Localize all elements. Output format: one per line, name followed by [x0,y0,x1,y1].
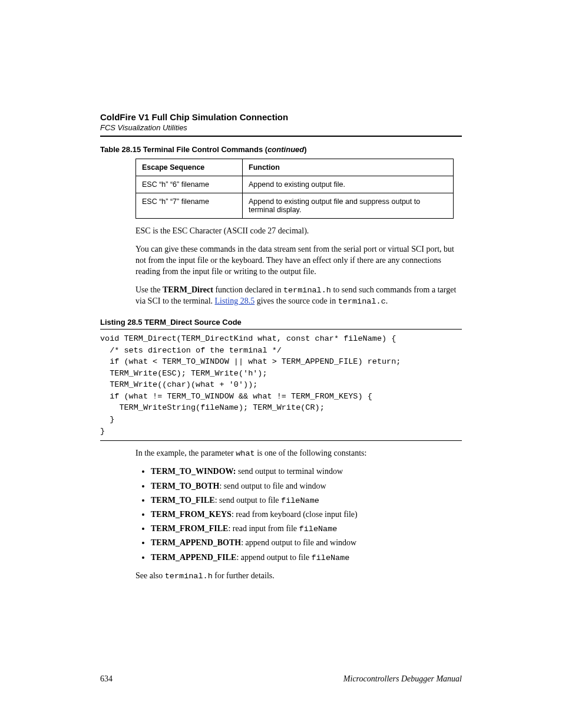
page-footer: 634 Microcontrollers Debugger Manual [100,674,462,684]
paragraph: You can give these commands in the data … [135,244,462,278]
cell-function: Append to existing output file and suppr… [243,193,454,219]
const-desc: : send output to file [215,496,281,505]
const-name: TERM_TO_WINDOW: [151,467,236,476]
code-inline: terminal.h [165,572,213,581]
text: Use the [135,285,163,294]
code-listing: void TERM_Direct(TERM_DirectKind what, c… [100,333,462,437]
text: . [386,297,388,305]
body-text: ESC is the ESC Character (ASCII code 27 … [135,226,462,307]
table-caption-prefix: Table 28.15 Terminal File Control Comman… [100,145,267,154]
const-name: TERM_FROM_KEYS [151,510,232,519]
table-caption-continued: continued [267,145,304,154]
term-direct-bold: TERM_Direct [163,285,213,294]
listing-caption: Listing 28.5 TERM_Direct Source Code [100,318,462,327]
table-caption: Table 28.15 Terminal File Control Comman… [100,145,462,154]
list-item: TERM_TO_FILE: send output to file fileNa… [151,495,462,506]
text: gives the source code in [254,297,338,305]
listing-rule-top [100,329,462,330]
page: ColdFire V1 Full Chip Simulation Connect… [0,0,562,728]
cell-escape: ESC “h” “7” filename [136,193,243,219]
text: See also [135,571,165,580]
doc-title: ColdFire V1 Full Chip Simulation Connect… [100,112,462,122]
code-inline: fileName [281,496,319,505]
code-inline: terminal.h [283,286,331,295]
list-item: TERM_APPEND_BOTH: append output to file … [151,538,462,549]
doc-subtitle: FCS Visualization Utilities [100,123,462,132]
example-section: In the example, the parameter what is on… [135,448,462,459]
page-number: 634 [100,674,113,684]
cell-escape: ESC “h” “6” filename [136,176,243,193]
code-inline: terminal.c [338,297,386,306]
commands-table: Escape Sequence Function ESC “h” “6” fil… [135,159,454,219]
const-name: TERM_TO_FILE [151,496,215,505]
list-item: TERM_FROM_KEYS: read from keyboard (clos… [151,509,462,521]
table-header-row: Escape Sequence Function [136,159,454,176]
const-desc: : append output to file [236,553,311,562]
const-desc: : send output to file and window [219,482,326,490]
header-rule [100,136,462,137]
text: is one of the following constants: [255,449,367,457]
code-inline: fileName [312,554,350,562]
code-inline: fileName [299,525,338,533]
code-inline: what [236,449,254,458]
table-row: ESC “h” “7” filename Append to existing … [136,193,454,219]
paragraph: Use the TERM_Direct function declared in… [135,285,462,307]
list-item: TERM_TO_BOTH: send output to file and wi… [151,481,462,492]
const-desc: : read from keyboard (close input file) [232,510,358,519]
const-name: TERM_FROM_FILE [151,524,228,533]
listing-link[interactable]: Listing 28.5 [215,297,255,305]
paragraph: In the example, the parameter what is on… [135,448,462,459]
table-row: ESC “h” “6” filename Append to existing … [136,176,454,193]
const-name: TERM_APPEND_FILE [151,553,236,562]
list-item: TERM_FROM_FILE: read input from file fil… [151,523,462,535]
paragraph: See also terminal.h for further details. [135,571,462,582]
list-item: TERM_APPEND_FILE: append output to file … [151,552,462,564]
const-name: TERM_TO_BOTH [151,482,219,490]
list-item: TERM_TO_WINDOW: send output to terminal … [151,466,462,477]
constants-list: TERM_TO_WINDOW: send output to terminal … [135,466,462,564]
const-name: TERM_APPEND_BOTH [151,538,241,547]
paragraph: ESC is the ESC Character (ASCII code 27 … [135,226,462,237]
table-caption-suffix: ) [304,145,306,154]
page-header: ColdFire V1 Full Chip Simulation Connect… [100,112,462,137]
const-desc: : append output to file and window [241,538,356,547]
col-escape-sequence: Escape Sequence [136,159,243,176]
const-desc: : read input from file [228,524,299,533]
manual-title: Microcontrollers Debugger Manual [343,674,462,684]
const-desc: send output to terminal window [236,467,343,476]
text: function declared in [213,285,283,294]
col-function: Function [243,159,454,176]
text: In the example, the parameter [135,449,236,457]
cell-function: Append to existing output file. [243,176,454,193]
text: for further details. [213,571,275,580]
outro: See also terminal.h for further details. [135,571,462,582]
listing-rule-bottom [100,440,462,441]
